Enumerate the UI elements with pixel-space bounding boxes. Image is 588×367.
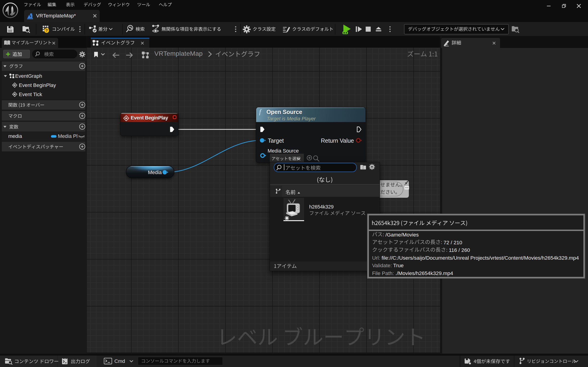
svg-text:?: ? (45, 29, 48, 33)
